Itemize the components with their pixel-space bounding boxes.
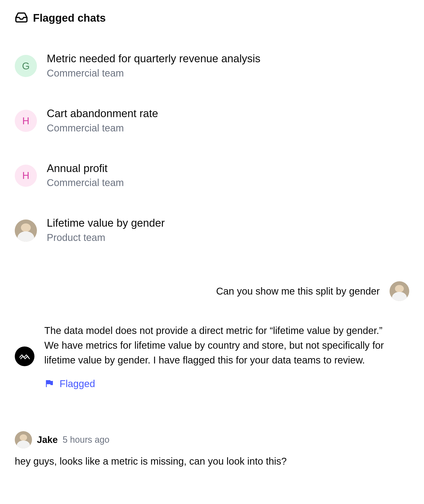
chat-subtitle: Commercial team	[47, 176, 124, 189]
user-message-text: Can you show me this split by gender	[216, 284, 380, 299]
comment-time: 5 hours ago	[63, 435, 110, 445]
avatar: G	[15, 55, 37, 77]
comment: Jake 5 hours ago hey guys, looks like a …	[15, 431, 409, 468]
chat-title: Lifetime value by gender	[47, 217, 165, 230]
header: Flagged chats	[15, 11, 409, 25]
user-message-row: Can you show me this split by gender	[15, 281, 409, 301]
chat-text: Annual profit Commercial team	[47, 162, 124, 190]
chat-item[interactable]: H Cart abandonment rate Commercial team	[15, 107, 409, 135]
inbox-icon	[15, 11, 28, 25]
chat-item[interactable]: H Annual profit Commercial team	[15, 162, 409, 190]
avatar	[15, 220, 37, 242]
chat-item[interactable]: G Metric needed for quarterly revenue an…	[15, 52, 409, 80]
comment-avatar	[15, 431, 32, 448]
chat-text: Cart abandonment rate Commercial team	[47, 107, 158, 135]
chat-title: Metric needed for quarterly revenue anal…	[47, 52, 260, 65]
flagged-label: Flagged	[60, 378, 95, 389]
avatar: H	[15, 110, 37, 132]
conversation: Can you show me this split by gender The…	[15, 281, 409, 468]
avatar: H	[15, 165, 37, 187]
bot-message-row: The data model does not provide a direct…	[15, 323, 409, 389]
chat-title: Annual profit	[47, 162, 124, 175]
flagged-badge[interactable]: Flagged	[44, 378, 394, 389]
comment-header: Jake 5 hours ago	[15, 431, 409, 448]
chat-text: Lifetime value by gender Product team	[47, 217, 165, 244]
chat-subtitle: Product team	[47, 231, 165, 244]
page-title: Flagged chats	[33, 12, 106, 24]
bot-avatar	[15, 346, 34, 366]
chat-text: Metric needed for quarterly revenue anal…	[47, 52, 260, 80]
chat-item[interactable]: Lifetime value by gender Product team	[15, 217, 409, 244]
comment-body: hey guys, looks like a metric is missing…	[15, 454, 409, 468]
chat-subtitle: Commercial team	[47, 121, 158, 135]
bot-message-body: The data model does not provide a direct…	[44, 323, 394, 389]
bot-message-text: The data model does not provide a direct…	[44, 323, 394, 367]
chat-subtitle: Commercial team	[47, 66, 260, 80]
user-avatar	[390, 281, 409, 301]
flag-icon	[44, 378, 54, 389]
chat-title: Cart abandonment rate	[47, 107, 158, 120]
chat-list: G Metric needed for quarterly revenue an…	[15, 52, 409, 244]
comment-author: Jake	[37, 435, 58, 445]
